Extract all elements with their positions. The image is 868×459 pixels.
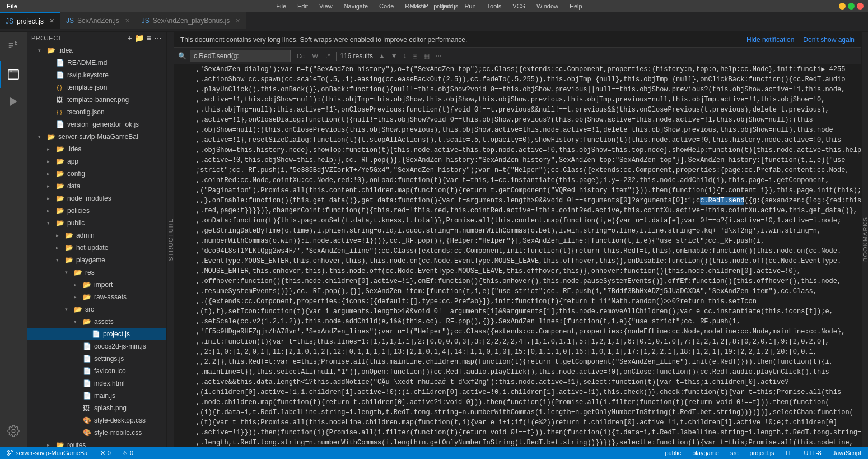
tree-item-tsconfig_json[interactable]: {}tsconfig.json [27, 106, 166, 118]
regex-toggle[interactable]: .* [323, 51, 333, 61]
tree-item-style_desktop_css[interactable]: 🎨style-desktop.css [27, 414, 166, 426]
tree-item-favicon_ico[interactable]: 📄favicon.ico [27, 365, 166, 377]
activity-explorer[interactable] [0, 34, 27, 61]
tree-item-hot_update[interactable]: ▸📂hot-update [27, 242, 166, 254]
tree-item-style_mobile_css[interactable]: 🎨style-mobile.css [27, 426, 166, 439]
search-actions[interactable]: Cc W .* [294, 51, 333, 61]
next-result-button[interactable]: ▼ [389, 51, 400, 61]
menu-bar[interactable]: File [4, 2, 20, 11]
menu-item-file[interactable]: File [274, 2, 288, 11]
minimize-button[interactable] [839, 3, 846, 10]
code-line: ,.active=!0,this.objShow=this.help}},cc.… [174, 155, 861, 165]
tree-arrow: ▸ [47, 442, 56, 447]
bookmarks-panel[interactable]: Bookmarks [861, 32, 868, 447]
tree-item-raw_assets[interactable]: ▸📂raw-assets [27, 291, 166, 303]
tree-item-readme_md[interactable]: 📄README.md [27, 57, 166, 69]
breadcrumb-file[interactable]: project.js [748, 448, 777, 457]
tree-item-label: src [85, 305, 94, 313]
notification-links[interactable]: Hide notification Don't show again [746, 36, 855, 44]
tab-close[interactable]: ✕ [235, 17, 240, 25]
git-branch[interactable]: server-suvip-MuaGameBai [4, 448, 91, 457]
hide-notification-link[interactable]: Hide notification [746, 36, 794, 44]
tab-sexandzen-js[interactable]: JSSexAndZen.js✕ [60, 12, 136, 29]
menu-item-code[interactable]: Code [377, 2, 396, 11]
tree-item-version_generator_ok_js[interactable]: 📄version_generator_ok.js [27, 118, 166, 131]
case-sensitive-toggle[interactable]: Cc [294, 51, 307, 61]
breadcrumb-playgame[interactable]: playgame [690, 448, 721, 457]
filter-button[interactable]: ⊟ [410, 51, 420, 61]
search-input[interactable] [190, 50, 291, 62]
menu-item-navigate[interactable]: Navigate [342, 2, 370, 11]
tab-sexandzen-playbonus-js[interactable]: JSSexAndZen_playBonus.js✕ [136, 12, 246, 29]
maximize-button[interactable] [848, 3, 855, 10]
prev-result-button[interactable]: ▲ [376, 51, 388, 61]
tree-item-cocos2d_js_min_js[interactable]: 📄cocos2d-js-min.js [27, 340, 166, 353]
activity-project[interactable] [0, 61, 27, 88]
menu-item-tools[interactable]: Tools [485, 2, 504, 11]
error-count[interactable]: ✕ 0 [98, 448, 113, 458]
tree-item-admin[interactable]: ▸📂admin [27, 229, 166, 242]
tree-item-node_modules[interactable]: ▸📂node_modules [27, 192, 166, 205]
activity-run[interactable] [0, 88, 27, 115]
tree-item-settings_js[interactable]: 📄settings.js [27, 353, 166, 365]
menu-item-help[interactable]: Help [567, 2, 585, 11]
tree-item-config[interactable]: ▸📂config [27, 168, 166, 180]
tree-file-icon: 📂 [47, 47, 56, 54]
tree-item-res[interactable]: ▾📂res [27, 266, 166, 279]
tree-item-_idea[interactable]: ▾📂.idea [27, 44, 166, 57]
tree-item-splash_png[interactable]: 🖼splash.png [27, 402, 166, 414]
menu-item-edit[interactable]: Edit [295, 2, 310, 11]
tree-item-routes[interactable]: ▸📂routes [27, 439, 166, 447]
tree-item-app[interactable]: ▸📂app [27, 155, 166, 168]
encoding[interactable]: UTF-8 [801, 448, 823, 457]
more-options-button[interactable]: ⋯ [433, 51, 444, 61]
tree-item-index_html[interactable]: 📄index.html [27, 377, 166, 390]
tree-item-label: .idea [67, 145, 82, 153]
window-controls[interactable] [839, 3, 864, 10]
tree-item-main_js[interactable]: 📄main.js [27, 390, 166, 402]
tree-item-template_json[interactable]: {}template.json [27, 81, 166, 94]
activity-settings[interactable] [0, 418, 27, 444]
code-editor[interactable]: ,'SexAndZen_dialog');var n=t("SexAndZen_… [174, 64, 861, 447]
sidebar-actions[interactable]: + 📁 ≡ ⋯ [128, 34, 162, 43]
sidebar-action-new-file[interactable]: + [128, 34, 133, 43]
tree-item-project_js[interactable]: 📄project.js [27, 328, 166, 340]
tab-close[interactable]: ✕ [49, 17, 54, 25]
close-button[interactable] [857, 3, 864, 10]
breadcrumb-public[interactable]: public [662, 448, 683, 457]
result-options-button[interactable]: ↕ [401, 51, 409, 61]
tree-item-template_banner_png[interactable]: 🖼template-banner.png [27, 94, 166, 106]
tree-item-assets[interactable]: ▾📂assets [27, 316, 166, 328]
tree-item-rsvip_keystore[interactable]: 📄rsvip.keystore [27, 69, 166, 81]
code-content: ,'SexAndZen_dialog');var n=t("SexAndZen_… [174, 64, 861, 447]
tree-item-server_suvip_muagamebai[interactable]: ▾📂server-suvip-MuaGameBai [27, 131, 166, 143]
tree-item-data[interactable]: ▸📂data [27, 180, 166, 192]
line-text: ,("Pagination"),Promise.all(this.content… [196, 186, 861, 196]
warning-count[interactable]: ⚠ 0 [120, 448, 136, 458]
sidebar-action-more[interactable]: ⋯ [154, 34, 162, 43]
language-mode[interactable]: JavaScript [830, 448, 864, 457]
structure-panel[interactable]: Structure [167, 32, 174, 447]
tree-item-label: project.js [103, 330, 130, 338]
tree-item-playgame[interactable]: ▾📂playgame [27, 254, 166, 266]
tab-close[interactable]: ✕ [125, 17, 130, 25]
dont-show-link[interactable]: Don't show again [803, 36, 855, 44]
tree-item-policies[interactable]: ▸📂policies [27, 205, 166, 217]
tree-item-src[interactable]: ▾📂src [27, 303, 166, 316]
menu-suvip[interactable]: File [4, 2, 20, 11]
tree-item-public[interactable]: ▾📂public [27, 217, 166, 229]
line-ending[interactable]: LF [783, 448, 795, 457]
sidebar-action-collapse[interactable]: ≡ [147, 34, 152, 43]
menu-item-vcs[interactable]: VCS [510, 2, 528, 11]
context-button[interactable]: ▦ [421, 51, 432, 61]
menu-item-view[interactable]: View [317, 2, 335, 11]
tree-item-_idea[interactable]: ▸📂.idea [27, 143, 166, 155]
sidebar-action-new-folder[interactable]: 📁 [134, 34, 144, 43]
tab-project-js[interactable]: JSproject.js✕ [0, 12, 60, 29]
menu-item-window[interactable]: Window [534, 2, 561, 11]
search-nav-buttons[interactable]: ▲ ▼ ↕ ⊟ ▦ ⋯ [376, 51, 444, 61]
menu-item-run[interactable]: Run [462, 2, 478, 11]
whole-word-toggle[interactable]: W [309, 51, 320, 61]
breadcrumb-src[interactable]: src [728, 448, 741, 457]
tree-item-import[interactable]: ▸📂import [27, 279, 166, 291]
